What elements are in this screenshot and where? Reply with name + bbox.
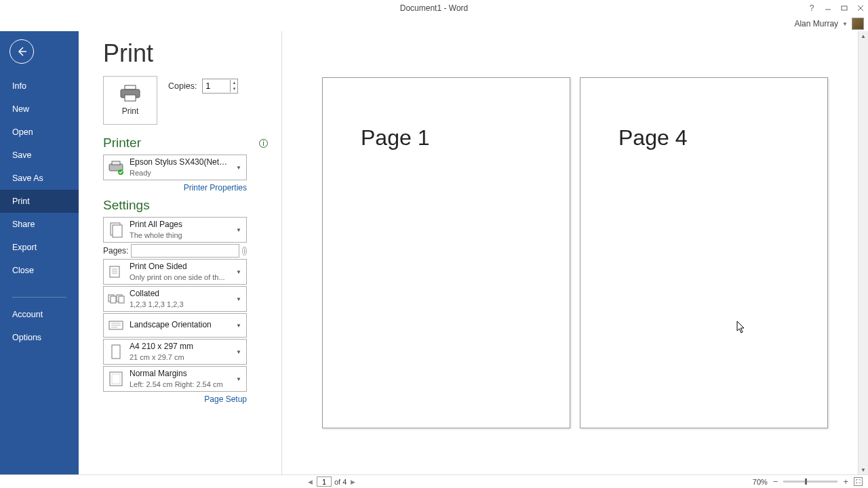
margins-select[interactable]: Normal Margins Left: 2.54 cm Right: 2.54… [103,366,247,392]
printer-icon [119,85,141,102]
svg-rect-21 [119,296,124,303]
scroll-down-icon[interactable]: ▼ [859,465,868,474]
sidebar-item-print[interactable]: Print [0,190,79,213]
print-button-label: Print [122,106,139,116]
scroll-up-icon[interactable]: ▲ [859,31,868,41]
pages-info-icon[interactable]: i [242,247,247,256]
copies-down[interactable]: ▼ [231,86,237,92]
sidebar-item-account[interactable]: Account [0,303,79,326]
current-page-input[interactable] [317,476,332,487]
collate-select[interactable]: Collated 1,2,3 1,2,3 1,2,3 ▼ [103,286,247,312]
copies-up[interactable]: ▲ [231,80,237,86]
backstage-sidebar: Info New Open Save Save As Print Share E… [0,31,79,474]
orientation-select[interactable]: Landscape Orientation ▼ [103,313,247,338]
settings-heading: Settings [103,198,150,213]
print-range-select[interactable]: Print All Pages The whole thing ▼ [103,217,247,243]
footer: ◀ of 4 ▶ 70% − + ⛶ [0,474,868,488]
pages-label: Pages: [103,246,128,256]
next-page-button[interactable]: ▶ [349,479,357,485]
print-settings-pane: Print Print Copies: ▲▼ Printer i [79,31,282,474]
printer-info-icon[interactable]: i [259,139,268,148]
printer-status: Ready [130,168,230,178]
sidebar-item-export[interactable]: Export [0,236,79,259]
sidebar-item-saveas[interactable]: Save As [0,167,79,190]
sidebar-item-new[interactable]: New [0,98,79,121]
svg-rect-14 [110,266,119,277]
zoom-level: 70% [753,478,768,486]
zoom-fit-button[interactable]: ⛶ [854,477,863,486]
sidebar-item-close[interactable]: Close [0,259,79,282]
chevron-down-icon: ▼ [234,296,243,302]
svg-rect-10 [112,161,120,165]
preview-page-1: Page 1 [322,77,570,428]
printer-properties-link[interactable]: Printer Properties [103,183,247,192]
printer-select[interactable]: Epson Stylus SX430(Network) Ready ▼ [103,155,247,180]
window-title: Document1 - Word [400,3,468,13]
svg-point-11 [118,169,123,175]
printer-heading: Printer [103,136,141,150]
chevron-down-icon: ▼ [234,269,243,275]
zoom-out-button[interactable]: − [772,476,780,487]
chevron-down-icon: ▼ [234,227,243,233]
preview-page-2: Page 4 [580,77,828,428]
user-dropdown-caret[interactable]: ▼ [842,21,848,27]
page-setup-link[interactable]: Page Setup [103,394,247,404]
page-title: Print [103,39,268,68]
margins-icon [106,369,125,388]
pages-icon [106,220,125,239]
user-name[interactable]: Alan Murray [794,19,838,28]
sidebar-item-info[interactable]: Info [0,75,79,98]
paper-icon [106,342,125,361]
chevron-down-icon: ▼ [234,165,243,171]
print-button[interactable]: Print [103,76,157,125]
restore-icon[interactable] [840,3,849,13]
sidebar-item-options[interactable]: Options [0,326,79,349]
collate-icon [106,289,125,308]
chevron-down-icon: ▼ [234,323,243,329]
oneside-icon [106,262,125,281]
avatar[interactable] [852,18,864,30]
svg-rect-13 [113,225,122,237]
copies-label: Copies: [168,81,197,91]
close-icon[interactable] [856,3,865,13]
chevron-down-icon: ▼ [234,349,243,355]
copies-input[interactable] [203,79,230,93]
help-icon[interactable]: ? [807,3,816,13]
user-row: Alan Murray ▼ [0,16,868,31]
paper-size-select[interactable]: A4 210 x 297 mm 21 cm x 29.7 cm ▼ [103,339,247,365]
svg-point-8 [136,91,138,92]
preview-page1-text: Page 1 [361,125,532,150]
pages-input[interactable] [131,244,239,258]
back-button[interactable] [9,39,34,64]
svg-rect-7 [125,95,136,101]
title-bar: Document1 - Word ? [0,0,868,16]
svg-rect-26 [112,345,120,359]
preview-scrollbar[interactable]: ▲ ▼ [858,31,868,474]
printer-device-icon [106,158,125,177]
chevron-down-icon: ▼ [234,376,243,382]
printer-name: Epson Stylus SX430(Network) [130,157,230,168]
copies-spinner[interactable]: ▲▼ [202,79,238,94]
minimize-icon[interactable] [823,3,833,13]
preview-page2-text: Page 4 [618,125,789,150]
sidebar-item-share[interactable]: Share [0,213,79,236]
zoom-slider[interactable] [783,481,837,483]
landscape-icon [106,316,125,335]
sidebar-item-save[interactable]: Save [0,144,79,167]
svg-rect-5 [125,85,136,89]
prev-page-button[interactable]: ◀ [307,479,314,485]
sides-select[interactable]: Print One Sided Only print on one side o… [103,259,247,285]
svg-rect-1 [842,6,847,10]
sidebar-item-open[interactable]: Open [0,121,79,144]
print-preview: Page 1 Page 4 ▲ ▼ [282,31,868,474]
zoom-in-button[interactable]: + [842,476,850,487]
svg-rect-19 [111,296,116,303]
page-count-label: of 4 [334,478,347,486]
